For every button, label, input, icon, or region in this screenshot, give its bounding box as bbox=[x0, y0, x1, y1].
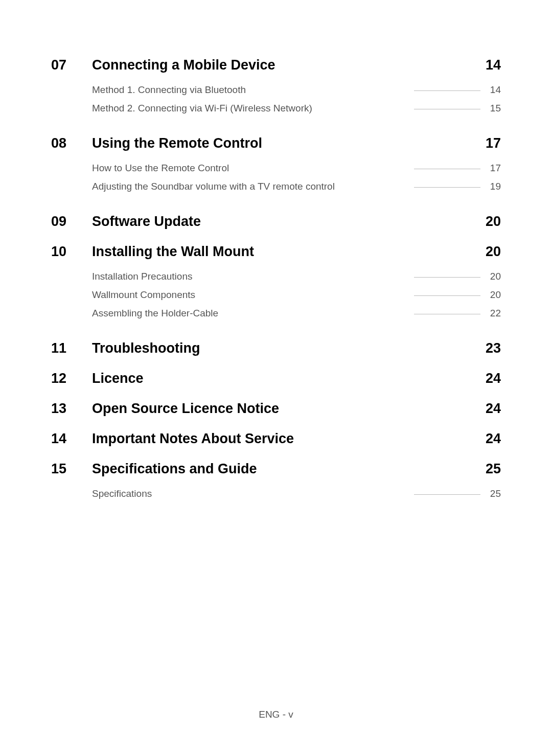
section-title: Important Notes About Service bbox=[92, 431, 294, 447]
section-page: 24 bbox=[486, 431, 501, 447]
section-number: 11 bbox=[51, 340, 92, 356]
toc-section: 15 Specifications and Guide 25 Specifica… bbox=[51, 459, 501, 507]
section-title: Using the Remote Control bbox=[92, 135, 262, 151]
toc-sub-row: Specifications 25 bbox=[92, 488, 501, 499]
leader-line bbox=[414, 109, 480, 109]
toc-section: 08 Using the Remote Control 17 How to Us… bbox=[51, 133, 501, 199]
section-title: Licence bbox=[92, 371, 144, 386]
sub-title: Installation Precautions bbox=[92, 271, 192, 282]
section-number: 07 bbox=[51, 57, 92, 73]
leader-line bbox=[414, 494, 480, 495]
toc-sub-row: Installation Precautions 20 bbox=[92, 271, 501, 282]
section-number: 09 bbox=[51, 214, 92, 230]
section-title: Software Update bbox=[92, 214, 201, 230]
sub-page: 17 bbox=[486, 163, 501, 174]
sub-page: 20 bbox=[486, 271, 501, 282]
leader-line bbox=[414, 90, 480, 91]
toc-sub-row: Wallmount Components 20 bbox=[92, 289, 501, 301]
sub-page: 20 bbox=[486, 289, 501, 301]
page-footer: ENG - v bbox=[0, 709, 552, 720]
section-page: 25 bbox=[486, 461, 501, 477]
leader-line bbox=[414, 295, 480, 296]
section-number: 10 bbox=[51, 244, 92, 260]
section-title: Troubleshooting bbox=[92, 340, 200, 356]
sub-page: 14 bbox=[486, 84, 501, 96]
section-page: 20 bbox=[486, 214, 501, 230]
sub-title: Method 2. Connecting via Wi-Fi (Wireless… bbox=[92, 103, 312, 114]
section-title: Specifications and Guide bbox=[92, 461, 257, 477]
sub-title: How to Use the Remote Control bbox=[92, 163, 229, 174]
section-number: 08 bbox=[51, 135, 92, 151]
sub-title: Adjusting the Soundbar volume with a TV … bbox=[92, 181, 335, 192]
toc-sub-row: Adjusting the Soundbar volume with a TV … bbox=[92, 181, 501, 192]
toc-sub-row: Method 1. Connecting via Bluetooth 14 bbox=[92, 84, 501, 96]
section-page: 14 bbox=[486, 57, 501, 73]
section-page: 24 bbox=[486, 401, 501, 417]
toc-section: 13 Open Source Licence Notice 24 bbox=[51, 399, 501, 419]
sub-title: Method 1. Connecting via Bluetooth bbox=[92, 84, 246, 96]
section-page: 24 bbox=[486, 371, 501, 386]
toc-section: 09 Software Update 20 bbox=[51, 212, 501, 232]
toc-sub-row: How to Use the Remote Control 17 bbox=[92, 163, 501, 174]
toc-sub-row: Method 2. Connecting via Wi-Fi (Wireless… bbox=[92, 103, 501, 114]
section-title: Installing the Wall Mount bbox=[92, 244, 254, 260]
toc-section: 10 Installing the Wall Mount 20 Installa… bbox=[51, 242, 501, 326]
toc-section: 07 Connecting a Mobile Device 14 Method … bbox=[51, 55, 501, 121]
leader-line bbox=[414, 314, 480, 314]
leader-line bbox=[414, 169, 480, 169]
section-number: 14 bbox=[51, 431, 92, 447]
section-title: Open Source Licence Notice bbox=[92, 401, 279, 417]
leader-line bbox=[414, 187, 480, 188]
section-page: 23 bbox=[486, 340, 501, 356]
table-of-contents: 07 Connecting a Mobile Device 14 Method … bbox=[0, 0, 552, 507]
sub-page: 25 bbox=[486, 488, 501, 499]
sub-page: 19 bbox=[486, 181, 501, 192]
section-page: 17 bbox=[486, 135, 501, 151]
section-number: 15 bbox=[51, 461, 92, 477]
sub-title: Wallmount Components bbox=[92, 289, 195, 301]
leader-line bbox=[414, 277, 480, 278]
toc-sub-row: Assembling the Holder-Cable 22 bbox=[92, 308, 501, 319]
sub-title: Assembling the Holder-Cable bbox=[92, 308, 218, 319]
toc-section: 14 Important Notes About Service 24 bbox=[51, 429, 501, 449]
toc-section: 12 Licence 24 bbox=[51, 369, 501, 388]
section-number: 13 bbox=[51, 401, 92, 417]
section-title: Connecting a Mobile Device bbox=[92, 57, 275, 73]
sub-page: 22 bbox=[486, 308, 501, 319]
toc-section: 11 Troubleshooting 23 bbox=[51, 338, 501, 358]
section-page: 20 bbox=[486, 244, 501, 260]
sub-title: Specifications bbox=[92, 488, 152, 499]
sub-page: 15 bbox=[486, 103, 501, 114]
section-number: 12 bbox=[51, 371, 92, 386]
